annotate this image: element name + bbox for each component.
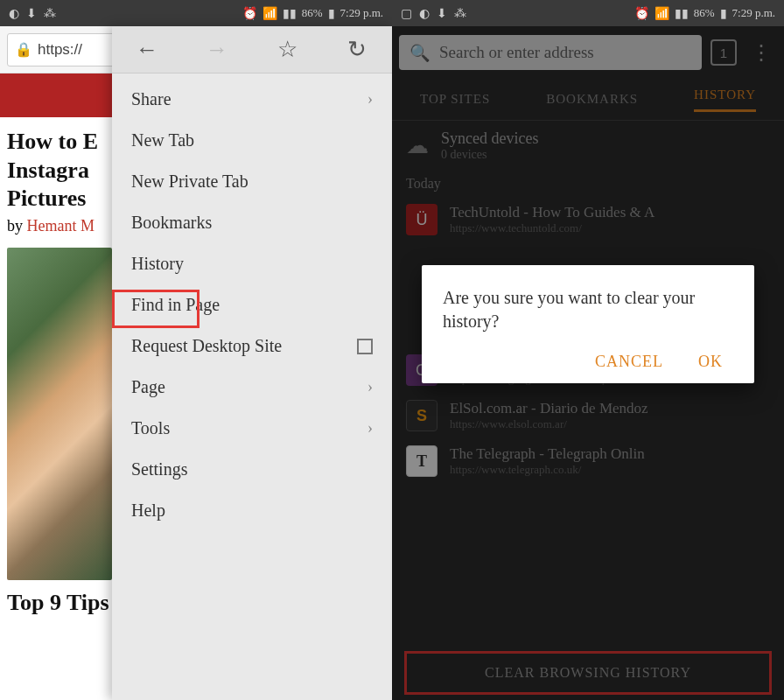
- wifi-icon: 📶: [262, 6, 277, 21]
- clock-text: 7:29 p.m.: [340, 6, 383, 20]
- ok-button[interactable]: OK: [698, 353, 723, 371]
- menu-help[interactable]: Help: [112, 490, 392, 531]
- cancel-button[interactable]: CANCEL: [595, 353, 663, 371]
- battery-text: 86%: [302, 6, 323, 20]
- back-button[interactable]: ←: [130, 37, 164, 63]
- menu-toolbar: ← → ☆ ↻: [112, 26, 392, 74]
- reload-button[interactable]: ↻: [340, 36, 374, 63]
- bookmark-star-button[interactable]: ☆: [270, 36, 304, 63]
- chevron-right-icon: ›: [368, 90, 373, 108]
- url-text: https://: [38, 41, 82, 59]
- signal-icon: ▮▮: [283, 6, 297, 21]
- menu-new-tab[interactable]: New Tab: [112, 120, 392, 161]
- lock-icon: 🔒: [15, 41, 32, 58]
- download-icon: ⬇: [26, 6, 37, 21]
- menu-page[interactable]: Page›: [112, 367, 392, 408]
- menu-settings[interactable]: Settings: [112, 449, 392, 490]
- menu-history[interactable]: History: [112, 243, 392, 284]
- menu-new-private-tab[interactable]: New Private Tab: [112, 161, 392, 202]
- dialog-overlay: Are you sure you want to clear your hist…: [392, 0, 784, 700]
- browser-menu: ← → ☆ ↻ Share› New Tab New Private Tab B…: [112, 26, 392, 700]
- menu-find[interactable]: Find in Page: [112, 284, 392, 326]
- menu-share[interactable]: Share›: [112, 79, 392, 120]
- menu-bookmarks[interactable]: Bookmarks: [112, 202, 392, 243]
- article-photo: [7, 248, 112, 580]
- chevron-right-icon: ›: [368, 378, 373, 396]
- author-link[interactable]: Hemant M: [27, 217, 94, 234]
- status-bar: ◐ ⬇ ⁂ ⏰ 📶 ▮▮ 86% ▮ 7:29 p.m.: [0, 0, 392, 26]
- dialog-message: Are you sure you want to clear your hist…: [443, 286, 733, 333]
- alarm-icon: ⏰: [242, 6, 257, 21]
- bt-icon: ⁂: [44, 6, 56, 21]
- confirm-dialog: Are you sure you want to clear your hist…: [422, 265, 754, 383]
- menu-request-desktop[interactable]: Request Desktop Site: [112, 326, 392, 367]
- forward-button: →: [200, 37, 234, 63]
- right-screen: ▢ ◐ ⬇ ⁂ ⏰ 📶 ▮▮ 86% ▮ 7:29 p.m. 🔍 Search …: [392, 0, 784, 700]
- left-screen: ◐ ⬇ ⁂ ⏰ 📶 ▮▮ 86% ▮ 7:29 p.m. 🔒 https://: [0, 0, 392, 700]
- app-icon: ◐: [9, 6, 19, 21]
- chevron-right-icon: ›: [368, 419, 373, 438]
- checkbox-icon[interactable]: [357, 339, 373, 354]
- battery-icon: ▮: [328, 6, 335, 21]
- menu-tools[interactable]: Tools›: [112, 408, 392, 449]
